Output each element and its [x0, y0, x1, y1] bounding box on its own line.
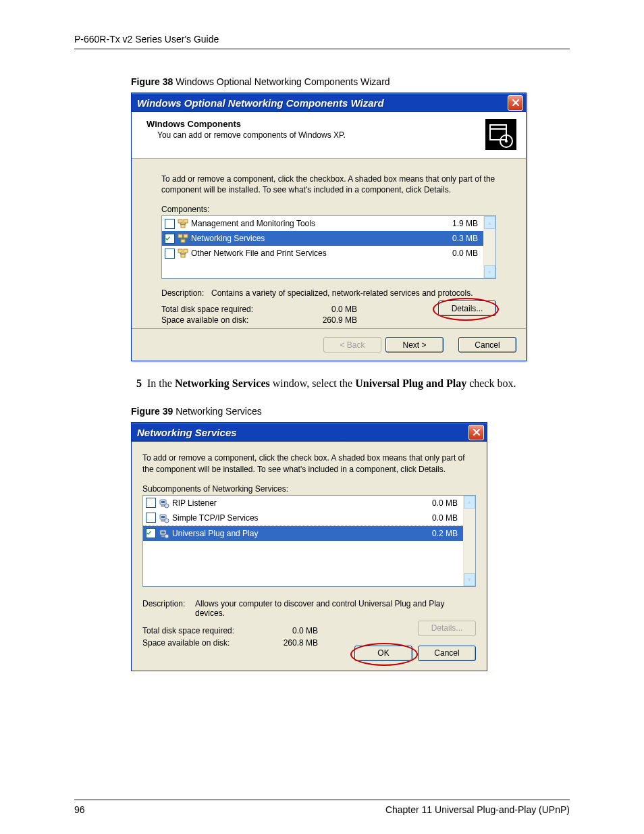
item-size: 0.3 MB	[452, 234, 478, 243]
figure38-number: Figure 38	[131, 76, 173, 87]
list-item[interactable]: Management and Monitoring Tools1.9 MB	[162, 216, 483, 231]
svg-rect-14	[161, 505, 165, 506]
chapter-label: Chapter 11 Universal Plug-and-Play (UPnP…	[385, 804, 570, 815]
close-icon[interactable]	[468, 425, 484, 440]
checkbox[interactable]	[165, 234, 175, 244]
scrollbar[interactable]: ▴ ▾	[463, 496, 475, 586]
description-label: Description:	[161, 288, 211, 298]
total-space-value: 0.0 MB	[271, 626, 318, 635]
page-footer: 96 Chapter 11 Universal Plug-and-Play (U…	[74, 800, 570, 815]
item-size: 0.0 MB	[432, 513, 458, 523]
page-header: P-660R-Tx v2 Series User's Guide	[74, 34, 570, 49]
svg-rect-8	[181, 239, 185, 242]
service-icon	[159, 498, 169, 509]
svg-point-23	[165, 534, 169, 538]
description-text: Allows your computer to discover and con…	[195, 599, 476, 618]
step-5-instruction: 5 In the Networking Services window, sel…	[131, 377, 570, 390]
item-size: 0.2 MB	[432, 529, 458, 538]
subcomponents-label: Subcomponents of Networking Services:	[142, 484, 476, 494]
item-label: RIP Listener	[172, 498, 429, 508]
back-button: < Back	[323, 337, 381, 353]
list-item[interactable]: Universal Plug and Play0.2 MB	[143, 526, 463, 541]
svg-rect-21	[161, 531, 165, 533]
svg-rect-13	[161, 501, 165, 503]
svg-point-15	[165, 504, 169, 508]
wizard-dialog: Windows Optional Networking Components W…	[131, 93, 527, 361]
wizard-title: Windows Optional Networking Components W…	[137, 97, 508, 109]
svg-rect-11	[181, 254, 185, 257]
item-label: Simple TCP/IP Services	[172, 513, 429, 523]
wizard-header: Windows Components You can add or remove…	[132, 112, 526, 159]
item-label: Other Network File and Print Services	[191, 249, 450, 258]
figure38-title: Windows Optional Networking Components W…	[173, 76, 390, 87]
svg-rect-4	[184, 219, 188, 223]
svg-rect-10	[184, 249, 188, 253]
wizard-titlebar[interactable]: Windows Optional Networking Components W…	[132, 93, 526, 112]
item-label: Networking Services	[191, 234, 450, 243]
scroll-up-icon[interactable]: ▴	[464, 496, 475, 509]
figure38-caption: Figure 38 Windows Optional Networking Co…	[131, 76, 570, 87]
cancel-button[interactable]: Cancel	[458, 337, 516, 353]
item-label: Management and Monitoring Tools	[191, 219, 450, 228]
details-button[interactable]: Details...	[438, 301, 496, 316]
components-box-icon	[485, 119, 516, 150]
total-space-label: Total disk space required:	[142, 626, 271, 635]
figure39-caption: Figure 39 Networking Services	[131, 406, 570, 417]
component-icon	[178, 233, 188, 244]
dialog2-title: Networking Services	[137, 427, 468, 438]
page-number: 96	[74, 804, 85, 815]
checkbox[interactable]	[165, 219, 175, 229]
description-text: Contains a variety of specialized, netwo…	[211, 288, 496, 298]
checkbox[interactable]	[165, 249, 175, 259]
components-label: Components:	[161, 205, 496, 214]
wizard-instruction: To add or remove a component, click the …	[161, 174, 496, 195]
subcomponents-listbox[interactable]: RIP Listener0.0 MBSimple TCP/IP Services…	[142, 495, 476, 587]
avail-space-value: 260.9 MB	[310, 315, 357, 325]
svg-rect-0	[490, 125, 506, 140]
service-icon	[159, 513, 169, 523]
list-item[interactable]: RIP Listener0.0 MB	[143, 496, 463, 511]
ok-button[interactable]: OK	[354, 646, 412, 661]
wizard-header-subtitle: You can add or remove components of Wind…	[157, 130, 480, 140]
svg-rect-18	[161, 520, 165, 521]
networking-services-dialog: Networking Services To add or remove a c…	[131, 422, 487, 671]
dialog2-titlebar[interactable]: Networking Services	[132, 423, 487, 442]
svg-rect-6	[178, 234, 182, 238]
list-item[interactable]: Simple TCP/IP Services0.0 MB	[143, 511, 463, 526]
cancel-button[interactable]: Cancel	[418, 646, 476, 661]
svg-point-19	[165, 519, 169, 523]
component-icon	[178, 218, 188, 229]
figure39-title: Networking Services	[173, 406, 262, 417]
avail-space-label: Space available on disk:	[161, 315, 310, 325]
scrollbar[interactable]: ▴ ▾	[483, 216, 495, 278]
svg-point-2	[505, 140, 508, 142]
close-icon[interactable]	[508, 95, 523, 111]
svg-rect-22	[161, 536, 165, 537]
list-item[interactable]: Networking Services0.3 MB	[162, 231, 483, 246]
svg-rect-5	[181, 224, 185, 228]
svg-rect-3	[178, 219, 182, 223]
figure39-number: Figure 39	[131, 406, 173, 417]
list-item[interactable]: Other Network File and Print Services0.0…	[162, 246, 483, 261]
svg-rect-17	[161, 516, 165, 518]
item-label: Universal Plug and Play	[172, 529, 429, 538]
wizard-header-title: Windows Components	[146, 119, 480, 129]
checkbox[interactable]	[146, 498, 156, 508]
details-button: Details...	[418, 621, 476, 636]
description-label: Description:	[142, 599, 195, 618]
svg-rect-7	[184, 234, 188, 238]
wizard-button-row: < Back Next > Cancel	[132, 328, 526, 361]
checkbox[interactable]	[146, 513, 156, 523]
step-number: 5	[131, 377, 142, 390]
components-listbox[interactable]: Management and Monitoring Tools1.9 MBNet…	[161, 215, 496, 279]
service-icon	[159, 528, 169, 539]
item-size: 1.9 MB	[452, 219, 478, 228]
scroll-down-icon[interactable]: ▾	[464, 573, 475, 586]
item-size: 0.0 MB	[432, 498, 458, 508]
next-button[interactable]: Next >	[385, 337, 444, 353]
scroll-down-icon[interactable]: ▾	[484, 265, 495, 278]
item-size: 0.0 MB	[452, 249, 478, 258]
scroll-up-icon[interactable]: ▴	[484, 216, 495, 229]
dialog2-instruction: To add or remove a component, click the …	[142, 452, 476, 474]
checkbox[interactable]	[146, 528, 156, 538]
